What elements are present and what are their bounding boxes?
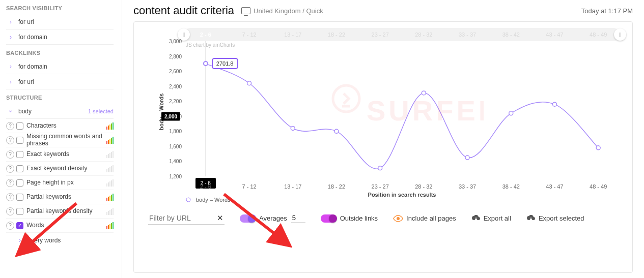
svg-point-6 (334, 129, 339, 133)
averages-value-input[interactable] (291, 214, 305, 223)
range-bucket[interactable]: 43 - 47 (533, 28, 577, 41)
sidebar-metric-row[interactable]: ? Partial keywords (6, 190, 114, 204)
x-tick: 48 - 49 (576, 183, 620, 190)
help-icon[interactable]: ? (6, 122, 14, 130)
sidebar-metric-row[interactable]: ? Page height in px (6, 176, 114, 190)
help-icon[interactable]: ? (6, 207, 14, 215)
sidebar-item-label: for domain (15, 63, 114, 70)
svg-point-8 (422, 91, 426, 95)
sidebar-item-bl-domain[interactable]: › for domain (6, 59, 114, 74)
include-all-label: Include all pages (406, 214, 456, 222)
sidebar-metric-row[interactable]: ? ✓ Words (6, 219, 114, 233)
metric-checkbox[interactable] (16, 137, 23, 144)
y-axis-ticks: 1,2001,4001,6001,8002,0002,2002,4002,600… (164, 41, 184, 176)
export-all-button[interactable]: Export all (471, 214, 511, 222)
range-bucket[interactable]: 2 - 6 (184, 28, 228, 41)
sidebar-item-label: query words (24, 237, 114, 244)
sidebar-metric-row[interactable]: ? Exact keyword density (6, 162, 114, 176)
filter-by-url-input[interactable] (148, 212, 225, 225)
svg-point-10 (509, 111, 513, 115)
chart-svg (184, 41, 620, 176)
sidebar-item-query-words[interactable]: › query words (6, 233, 114, 248)
include-all-pages-control[interactable]: Include all pages (393, 214, 456, 222)
selected-count-badge: 1 selected (88, 108, 114, 114)
section-structure: STRUCTURE (6, 95, 114, 101)
plot-area[interactable]: JS chart by amCharts SURFER 2,0002 - 627… (184, 41, 620, 176)
chevron-right-icon: › (6, 78, 15, 85)
metric-checkbox[interactable] (16, 208, 23, 215)
tooltip-point (203, 61, 208, 66)
outside-links-label: Outside links (340, 214, 378, 222)
sidebar-metric-row[interactable]: ? Missing common words and phrases (6, 133, 114, 147)
chevron-down-icon: › (7, 107, 14, 116)
svg-point-7 (378, 166, 382, 170)
range-bucket[interactable]: 13 - 17 (271, 28, 315, 41)
metric-checkbox[interactable] (16, 122, 23, 130)
chart[interactable]: 2 - 67 - 1213 - 1718 - 2223 - 2728 - 323… (139, 28, 620, 196)
help-icon[interactable]: ? (6, 136, 14, 144)
section-search-visibility: SEARCH VISIBILITY (6, 5, 114, 11)
x-tick: 23 - 27 (358, 183, 402, 190)
help-icon[interactable]: ? (6, 150, 14, 159)
range-bucket[interactable]: 33 - 37 (445, 28, 489, 41)
range-bucket[interactable]: 28 - 32 (402, 28, 446, 41)
sidebar-metric-row[interactable]: ? Partial keywords density (6, 204, 114, 219)
y-tick: 2,800 (169, 53, 182, 59)
section-backlinks: BACKLINKS (6, 50, 114, 56)
cloud-download-icon (526, 215, 536, 222)
clear-filter-icon[interactable]: ✕ (217, 213, 223, 223)
svg-point-12 (596, 146, 600, 150)
y-tick: 1,200 (169, 174, 182, 179)
range-bucket[interactable]: 23 - 27 (358, 28, 402, 41)
x-axis-label: Position in search results (184, 192, 620, 198)
main: content audit criteria United Kingdom / … (122, 0, 644, 278)
x-axis-ticks: 2 - 67 - 1213 - 1718 - 2223 - 2728 - 323… (184, 183, 620, 190)
range-bucket[interactable]: 7 - 12 (228, 28, 271, 41)
signal-bars-icon (106, 122, 114, 130)
controls-row: ✕ Averages Outside links Include all pag… (139, 210, 620, 225)
averages-toggle[interactable] (240, 214, 255, 223)
y-tick: 3,000 (169, 39, 182, 44)
range-bucket[interactable]: 38 - 42 (489, 28, 533, 41)
range-bucket[interactable]: 18 - 22 (315, 28, 358, 41)
cloud-download-icon (471, 215, 481, 222)
chevron-right-icon: › (6, 18, 15, 25)
metric-checkbox[interactable]: ✓ (16, 222, 23, 229)
sidebar: SEARCH VISIBILITY › for url › for domain… (0, 0, 122, 278)
sidebar-metric-row[interactable]: ? Exact keywords (6, 147, 114, 162)
outside-links-toggle[interactable] (321, 214, 336, 223)
help-icon[interactable]: ? (6, 193, 14, 201)
y-tick: 2,200 (169, 99, 182, 104)
signal-bars-icon (106, 194, 114, 201)
x-tick: 33 - 37 (445, 183, 489, 190)
sidebar-item-sv-url[interactable]: › for url (6, 14, 114, 29)
sidebar-item-label: for domain (15, 34, 114, 41)
help-icon[interactable]: ? (6, 179, 14, 187)
metric-checkbox[interactable] (16, 194, 23, 201)
help-icon[interactable]: ? (6, 165, 14, 173)
desktop-icon (241, 7, 250, 14)
sidebar-item-bl-url[interactable]: › for url (6, 74, 114, 89)
metric-label: Partial keywords (26, 194, 106, 201)
sidebar-item-label: for url (15, 18, 114, 25)
x-tick: 28 - 32 (402, 183, 446, 190)
y-tick: 1,600 (169, 143, 182, 149)
chart-card: 2 - 67 - 1213 - 1718 - 2223 - 2728 - 323… (133, 21, 633, 273)
export-selected-label: Export selected (539, 214, 584, 222)
sidebar-item-sv-domain[interactable]: › for domain (6, 29, 114, 45)
export-all-label: Export all (484, 214, 511, 222)
eye-icon (393, 215, 403, 222)
signal-bars-icon (106, 222, 114, 229)
chart-scrollbar-track[interactable]: 2 - 67 - 1213 - 1718 - 2223 - 2728 - 323… (184, 28, 620, 41)
metric-checkbox[interactable] (16, 151, 23, 158)
sidebar-item-body[interactable]: › body 1 selected (6, 104, 114, 119)
x-tick: 43 - 47 (533, 183, 577, 190)
metric-checkbox[interactable] (16, 165, 23, 172)
x-tick: 38 - 42 (489, 183, 533, 190)
sidebar-metric-row[interactable]: ? Characters (6, 119, 114, 133)
export-selected-button[interactable]: Export selected (526, 214, 584, 222)
y-tick: 2,600 (169, 69, 182, 74)
help-icon[interactable]: ? (6, 222, 14, 230)
range-handle-right[interactable]: || (614, 28, 626, 41)
metric-checkbox[interactable] (16, 179, 23, 187)
